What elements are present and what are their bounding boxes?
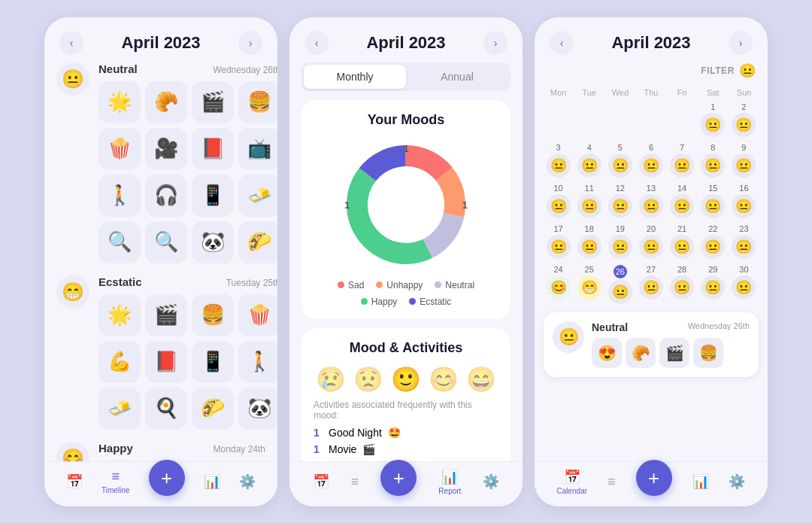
entry-avatar-neutral: 😐 [56, 62, 89, 96]
cal-cell[interactable]: 23😐 [729, 222, 759, 261]
add-button-1[interactable]: + [149, 460, 185, 496]
cal-cell[interactable]: 14😐 [668, 181, 697, 220]
cal-cell[interactable]: 13😐 [636, 181, 665, 220]
screen2-title: April 2023 [366, 33, 445, 53]
legend-label-happy: Happy [371, 296, 398, 307]
cal-cell[interactable]: 20😐 [636, 222, 665, 261]
cal-day-mood-empty [639, 104, 663, 128]
cal-cell[interactable]: 19😐 [605, 222, 635, 261]
legend-happy: Happy [361, 296, 398, 307]
nav-timeline-2[interactable]: ≡ [351, 474, 359, 490]
cal-cell[interactable]: 15😐 [698, 181, 728, 220]
emoji-cell: 🚶 [98, 175, 141, 217]
cal-cell[interactable]: 30😐 [729, 263, 759, 306]
screen1-prev-btn[interactable]: ‹ [59, 31, 83, 55]
cal-cell[interactable] [668, 100, 697, 139]
cal-cell[interactable] [574, 100, 604, 139]
cal-cell[interactable] [544, 100, 573, 139]
nav-settings-3[interactable]: ⚙️ [729, 473, 745, 490]
cal-cell[interactable]: 25😁 [574, 263, 604, 306]
emoji-cell: 🎬 [145, 294, 187, 336]
cal-cell[interactable]: 1😐 [698, 100, 728, 139]
cal-cell[interactable]: 6😐 [636, 141, 665, 180]
mood-emoji-neutral[interactable]: 🙂 [391, 365, 421, 394]
screen2-next-btn[interactable]: › [483, 31, 508, 55]
filter-emoji[interactable]: 😐 [739, 62, 756, 79]
cal-day-num: 21 [677, 224, 686, 233]
mood-emoji-unhappy[interactable]: 😟 [353, 365, 383, 394]
cal-day-num: 12 [616, 184, 625, 193]
cal-cell[interactable]: 4😐 [574, 141, 604, 180]
cal-day-mood: 😐 [732, 154, 756, 178]
cal-cell[interactable]: 22😐 [698, 222, 728, 261]
emoji-cell: 📱 [192, 341, 234, 383]
cal-day-mood: 😐 [547, 154, 571, 178]
nav-settings-2[interactable]: ⚙️ [483, 473, 499, 490]
cal-cell[interactable]: 17😐 [544, 222, 573, 261]
legend-dot-unhappy [376, 281, 383, 288]
cal-cell[interactable]: 26😐 [605, 263, 635, 306]
cal-cell[interactable]: 8😐 [698, 141, 728, 180]
cal-cell[interactable]: 2😐 [729, 100, 759, 139]
activity-count-1: 1 [314, 443, 323, 455]
nav-calendar-3[interactable]: 📅 Calendar [556, 469, 587, 495]
cal-cell[interactable]: 5😐 [605, 141, 635, 180]
cal-cell[interactable]: 21😐 [668, 222, 697, 261]
cal-cell[interactable]: 11😐 [574, 181, 604, 220]
mood-emoji-ecstatic[interactable]: 😄 [466, 365, 496, 394]
cal-cell[interactable]: 9😐 [729, 141, 759, 180]
legend-neutral: Neutral [435, 280, 474, 290]
screen3-bottom-nav: 📅 Calendar ≡ + 📊 ⚙️ [535, 461, 768, 506]
cal-cell[interactable]: 16😐 [729, 181, 759, 220]
cal-cell[interactable]: 24😊 [544, 263, 573, 306]
calendar-grid: 1😐2😐3😐4😐5😐6😐7😐8😐9😐10😐11😐12😐13😐14😐15😐16😐1… [544, 100, 759, 306]
cal-cell[interactable]: 10😐 [544, 181, 573, 220]
cal-day-num: 27 [647, 265, 656, 274]
screen3-next-btn[interactable]: › [729, 31, 753, 55]
nav-timeline-3[interactable]: ≡ [607, 474, 616, 490]
cal-cell[interactable]: 12😐 [605, 181, 635, 220]
cal-day-num: 30 [739, 265, 748, 274]
nav-report-3[interactable]: 📊 [692, 473, 709, 490]
screen3-prev-btn[interactable]: ‹ [550, 31, 574, 55]
add-button-3[interactable]: + [636, 460, 672, 496]
nav-report-1[interactable]: 📊 [204, 473, 220, 490]
nav-calendar-1[interactable]: 📅 [66, 473, 83, 490]
screen1-next-btn[interactable]: › [238, 31, 262, 55]
cal-day-num: 4 [587, 143, 592, 152]
nav-report-2[interactable]: 📊 Report [438, 469, 461, 495]
emoji-cell: 🌟 [98, 294, 141, 336]
screen2-prev-btn[interactable]: ‹ [304, 31, 329, 55]
cal-day-mood: 😐 [608, 280, 632, 304]
cal-cell[interactable] [636, 100, 665, 139]
mood-emoji-happy[interactable]: 😊 [429, 365, 459, 394]
cal-cell[interactable]: 18😐 [574, 222, 604, 261]
cal-cell[interactable]: 3😐 [544, 141, 573, 180]
settings-icon: ⚙️ [239, 473, 256, 490]
nav-calendar-2[interactable]: 📅 [313, 473, 329, 490]
activity-row-1: 1 Movie 🎬 [314, 443, 498, 455]
cal-day-num: 23 [739, 224, 748, 233]
cal-cell[interactable]: 7😐 [668, 141, 697, 180]
cal-cell[interactable]: 27😐 [636, 263, 665, 306]
tab-annual[interactable]: Annual [406, 65, 508, 89]
cal-cell[interactable]: 29😐 [698, 263, 728, 306]
cal-day-mood: 😐 [732, 235, 756, 259]
cal-cell[interactable]: 28😐 [668, 263, 697, 306]
popup-emoji-1: 🥐 [626, 338, 656, 368]
cal-day-mood: 😐 [732, 113, 756, 137]
emoji-cell: 🌮 [192, 388, 234, 430]
tab-monthly[interactable]: Monthly [304, 65, 406, 89]
emoji-cell: 📕 [145, 341, 187, 383]
moods-card: Your Moods [301, 100, 511, 319]
legend-label-neutral: Neutral [445, 280, 474, 290]
nav-settings-1[interactable]: ⚙️ [239, 473, 256, 490]
cal-day-mood: 😐 [608, 154, 632, 178]
cal-day-mood: 😐 [701, 154, 725, 178]
entry-date-neutral: Wednesday 26th [213, 65, 277, 75]
add-button-2[interactable]: + [380, 460, 417, 496]
nav-timeline-1[interactable]: ≡ Timeline [102, 469, 129, 494]
cal-day-mood: 😐 [670, 154, 694, 178]
mood-emoji-sad[interactable]: 😢 [316, 365, 346, 394]
cal-cell[interactable] [605, 100, 635, 139]
